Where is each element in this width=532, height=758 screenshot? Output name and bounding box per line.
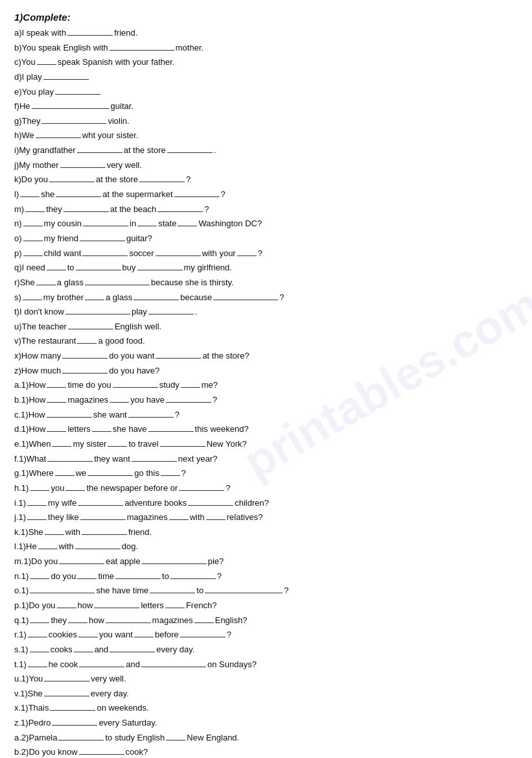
line-label: e.1): [14, 438, 29, 451]
fill-blank: [76, 261, 121, 270]
line-text: to travel: [128, 438, 158, 451]
line-text: very well.: [91, 672, 126, 685]
line-item: x) How many do you want at the store?: [14, 349, 518, 362]
fill-blank: [128, 409, 174, 418]
line-text: I speak with: [22, 27, 67, 40]
line-label: p.1): [14, 599, 29, 612]
fill-blank: [30, 643, 49, 652]
line-text: in: [130, 217, 136, 230]
line-text: ?: [279, 291, 284, 304]
line-text: How: [29, 423, 45, 436]
line-text: .: [195, 305, 198, 318]
line-text: study: [159, 379, 179, 392]
fill-blank: [30, 614, 49, 623]
line-label: u.1): [14, 672, 29, 685]
line-text: He: [26, 540, 37, 553]
line-label: v.1): [14, 687, 28, 700]
line-text: and: [126, 658, 140, 671]
line-text: Do you: [31, 555, 58, 568]
line-text: He: [19, 100, 30, 113]
line-text: Do you: [21, 173, 48, 186]
line-text: with: [190, 511, 205, 524]
line-item: m) they at the beach ?: [14, 203, 518, 216]
fill-blank: [37, 56, 56, 65]
line-item: i) My grandfather at the store .: [14, 144, 518, 157]
line-label: m): [14, 203, 24, 216]
line-label: q): [14, 261, 22, 274]
line-text: ?: [284, 584, 288, 597]
line-text: ?: [221, 188, 226, 201]
fill-blank: [41, 115, 106, 124]
line-item: f.1) What they want next year?: [14, 453, 518, 466]
line-item: v.1) She every day.: [14, 687, 518, 700]
fill-blank: [52, 717, 97, 726]
line-text: magazines: [67, 394, 108, 407]
line-label: h): [14, 129, 22, 142]
fill-blank: [28, 658, 47, 667]
line-text: every day.: [156, 643, 194, 656]
line-label: d): [14, 71, 22, 84]
line-text: the newspaper before or: [86, 482, 178, 495]
line-text: a glass: [106, 291, 132, 304]
line-item: e.1) When my sister to travel New York?: [14, 438, 518, 451]
line-text: How much: [21, 364, 61, 377]
fill-blank: [139, 173, 185, 182]
fill-blank: [20, 188, 40, 197]
line-text: I don't know: [19, 305, 64, 318]
line-item: n.1) do you time to ?: [14, 570, 518, 583]
fill-blank: [166, 731, 185, 740]
fill-blank: [47, 394, 66, 403]
fill-blank: [77, 570, 97, 579]
line-text: because she is thirsty.: [151, 276, 234, 289]
fill-blank: [110, 394, 129, 403]
line-text: They: [22, 115, 41, 128]
line-label: z): [14, 364, 21, 377]
fill-blank: [23, 247, 43, 256]
line-text: cookies: [49, 628, 77, 641]
fill-blank: [148, 423, 194, 432]
page-title: 1)Complete:: [14, 12, 518, 23]
line-text: every day.: [91, 687, 129, 700]
line-text: Do you know: [29, 746, 77, 758]
fill-blank: [137, 261, 183, 270]
line-item: a.1) How time do you study me?: [14, 379, 518, 392]
line-label: u): [14, 320, 22, 333]
line-item: d.1) How letters she have this weekend?: [14, 423, 518, 436]
fill-blank: [156, 349, 201, 359]
line-item: u) The teacher English well.: [14, 320, 518, 333]
line-item: z) How much do you have?: [14, 364, 518, 377]
fill-blank: [80, 232, 125, 241]
line-text: how: [89, 614, 104, 627]
line-label: p): [14, 247, 22, 260]
line-text: you: [51, 482, 64, 495]
line-item: z.1) Pedro every Saturday.: [14, 717, 518, 729]
fill-blank: [45, 526, 64, 535]
line-label: r.1): [14, 628, 27, 641]
line-label: s): [14, 291, 21, 304]
line-item: k.1) She with friend.: [14, 526, 518, 539]
line-item: o.1) she have time to ?: [14, 584, 518, 597]
line-label: n.1): [14, 570, 29, 583]
fill-blank: [74, 643, 93, 652]
line-text: How many: [21, 349, 61, 362]
line-text: How: [29, 409, 45, 421]
fill-blank: [27, 497, 47, 506]
line-item: b.2) Do you know cook?: [14, 746, 518, 758]
fill-blank: [30, 570, 49, 579]
fill-blank: [47, 379, 66, 388]
line-text: ?: [227, 628, 231, 641]
fill-blank: [27, 511, 47, 520]
line-label: l): [14, 188, 19, 201]
fill-blank: [58, 731, 104, 740]
line-item: a.2) Pamela to study English New England…: [14, 731, 518, 744]
line-label: f): [14, 100, 19, 113]
line-item: r.1) cookies you want before ?: [14, 628, 518, 641]
line-text: ?: [217, 570, 222, 583]
fill-blank: [83, 217, 128, 226]
fill-blank: [87, 467, 133, 476]
line-text: with your: [202, 247, 236, 260]
line-text: and: [95, 643, 109, 656]
line-text: we: [76, 467, 87, 480]
line-label: f.1): [14, 453, 27, 466]
line-text: ?: [204, 203, 209, 216]
